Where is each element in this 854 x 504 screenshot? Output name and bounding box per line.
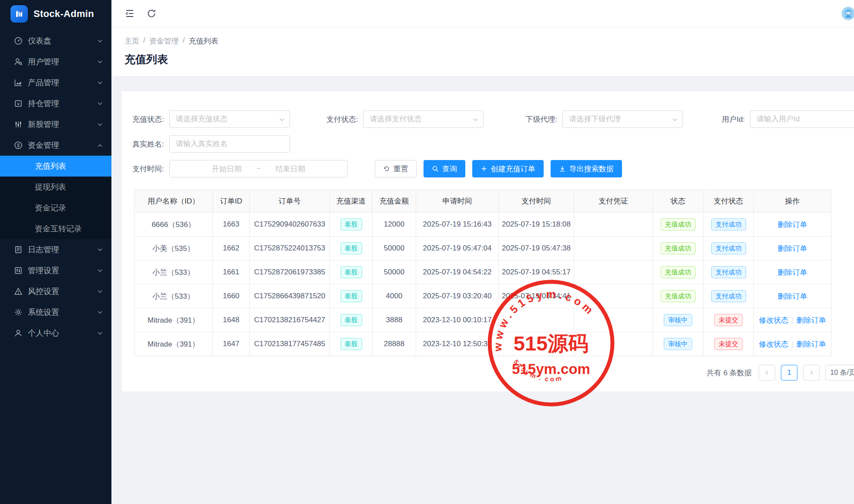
delete-order-link[interactable]: 删除订单 (797, 340, 826, 348)
user-cell: Mitrade（391） (134, 308, 213, 332)
pay-status-badge: 未提交 (714, 338, 743, 350)
channel-cell: 泰股 (330, 332, 373, 356)
sidebar-item-system-settings[interactable]: 系统设置 (0, 302, 111, 323)
topbar: Mitrade (111, 0, 854, 27)
chevron-down-icon (97, 80, 103, 86)
actions-cell: 修改状态|删除订单 (754, 308, 831, 332)
amount-cell: 50000 (373, 260, 416, 284)
pay-status-badge: 支付成功 (711, 290, 746, 303)
chevron-down-icon (97, 101, 103, 107)
sidebar-subitem[interactable]: 资金互转记录 (0, 218, 111, 239)
user-menu[interactable]: Mitrade (841, 7, 854, 20)
breadcrumb-separator: / (143, 36, 145, 46)
sidebar-item-label: 仪表盘 (28, 36, 97, 46)
order-id-cell: 1648 (213, 308, 250, 332)
collapse-sidebar-icon[interactable] (124, 8, 135, 19)
sidebar-item-label: 管理设置 (28, 265, 97, 276)
table-row: 6666（536）1663C1752909402607633泰股12000202… (134, 213, 831, 237)
apply-time-cell: 2025-07-19 03:20:40 (416, 284, 499, 308)
breadcrumb-funds[interactable]: 资金管理 (149, 36, 179, 46)
pay-status-cell: 支付成功 (703, 284, 754, 308)
pay-status-cell: 支付成功 (703, 260, 754, 284)
sidebar-item-dashboard[interactable]: 仪表盘 (0, 30, 111, 51)
user-id-input[interactable] (750, 110, 854, 128)
start-date-placeholder: 开始日期 (212, 164, 242, 174)
pay-status-cell: 支付成功 (703, 237, 754, 260)
chevron-down-icon (97, 38, 103, 44)
refresh-icon[interactable] (146, 8, 157, 19)
page-size-select[interactable]: 10 条/页 (825, 365, 854, 381)
modify-status-link[interactable]: 修改状态 (759, 340, 788, 348)
pagination: 共有 6 条数据 1 10 条/页 (132, 365, 854, 381)
table-row: Mitrade（391）1647C1702138177457485泰股28888… (134, 332, 831, 356)
status-cell: 充值成功 (653, 213, 703, 237)
user-cell: 小兰（533） (134, 260, 213, 284)
pay-status-cell: 未提交 (703, 308, 754, 332)
recharge-table: 用户名称（ID）订单ID订单号充值渠道充值金额申请时间支付时间支付凭证状态支付状… (134, 190, 831, 356)
pay-status-badge: 支付成功 (711, 242, 746, 255)
user-cell: 6666（536） (134, 213, 213, 237)
amount-cell: 3888 (373, 308, 416, 332)
delete-order-link[interactable]: 删除订单 (778, 268, 807, 277)
ipo-management-icon (14, 120, 23, 129)
sidebar-subitem[interactable]: 提现列表 (0, 177, 111, 197)
sidebar-item-label: 日志管理 (28, 244, 97, 255)
export-search-data-button[interactable]: 导出搜索数据 (551, 160, 622, 177)
create-recharge-order-button[interactable]: 创建充值订单 (472, 160, 544, 177)
chevron-down-icon (97, 122, 103, 127)
sidebar-item-log-management[interactable]: 日志管理 (0, 239, 111, 260)
sidebar-item-label: 系统设置 (28, 307, 97, 317)
pay-status-select[interactable] (363, 110, 484, 128)
modify-status-link[interactable]: 修改状态 (759, 316, 788, 324)
sidebar-item-user-management[interactable]: 用户管理 (0, 51, 111, 72)
delete-order-link[interactable]: 删除订单 (778, 244, 807, 253)
column-header: 订单号 (250, 190, 330, 213)
sidebar-item-label: 资金管理 (28, 140, 97, 150)
sidebar-subitem-label: 提现列表 (35, 182, 66, 192)
agent-label: 下级代理: (525, 114, 557, 124)
sidebar-subitem[interactable]: 充值列表 (0, 156, 111, 177)
pay-time-cell: 2025-07-19 04:55:17 (499, 260, 574, 284)
delete-order-link[interactable]: 删除订单 (778, 220, 807, 229)
reset-button[interactable]: 重置 (375, 160, 417, 177)
delete-order-link[interactable]: 删除订单 (778, 292, 807, 300)
sidebar-item-ipo-management[interactable]: 新股管理 (0, 114, 111, 135)
real-name-input[interactable] (169, 135, 290, 153)
breadcrumb-home[interactable]: 主页 (124, 36, 139, 46)
sidebar-item-label: 产品管理 (28, 77, 97, 88)
end-date-placeholder: 结束日期 (276, 164, 305, 174)
sidebar-item-funds-management[interactable]: $资金管理 (0, 135, 111, 156)
sidebar-item-profile[interactable]: 个人中心 (0, 323, 111, 344)
agent-select[interactable] (562, 110, 683, 128)
column-header: 支付状态 (703, 190, 754, 213)
sidebar-item-label: 个人中心 (28, 328, 97, 338)
status-cell: 审核中 (653, 308, 703, 332)
pay-time-range-picker[interactable]: 开始日期 ~ 结束日期 (169, 160, 348, 177)
app-logo[interactable]: Stock-Admin (0, 0, 111, 28)
apply-time-cell: 2025-07-19 05:47:04 (416, 237, 499, 260)
sidebar-item-risk-settings[interactable]: 风控设置 (0, 281, 111, 302)
pay-time-cell: 2025-07-19 05:47:38 (499, 237, 574, 260)
table-row: Mitrade（391）1648C1702138216754427泰股38882… (134, 308, 831, 332)
sidebar-item-position-management[interactable]: ¥持仓管理 (0, 93, 111, 114)
recharge-status-select[interactable] (169, 110, 290, 128)
status-badge: 审核中 (664, 314, 692, 327)
next-page-button[interactable] (803, 365, 820, 381)
svg-text:$: $ (17, 143, 20, 148)
search-button[interactable]: 查询 (424, 160, 465, 177)
page-number-button[interactable]: 1 (781, 365, 797, 381)
sidebar-item-label: 用户管理 (28, 57, 97, 67)
sidebar-item-admin-settings[interactable]: 管理设置 (0, 260, 111, 281)
profile-icon (14, 329, 23, 337)
sidebar-item-product-management[interactable]: 产品管理 (0, 72, 111, 93)
order-id-cell: 1662 (213, 237, 250, 260)
order-no-cell: C1752872061973385 (250, 260, 330, 284)
prev-page-button[interactable] (759, 365, 775, 381)
user-cell: 小兰（533） (134, 284, 213, 308)
sidebar-subitem[interactable]: 资金记录 (0, 197, 111, 218)
delete-order-link[interactable]: 删除订单 (797, 316, 826, 324)
actions-cell: 删除订单 (754, 284, 831, 308)
pagination-total: 共有 6 条数据 (706, 368, 752, 378)
pay-status-cell: 支付成功 (703, 213, 754, 237)
product-management-icon (14, 78, 23, 87)
